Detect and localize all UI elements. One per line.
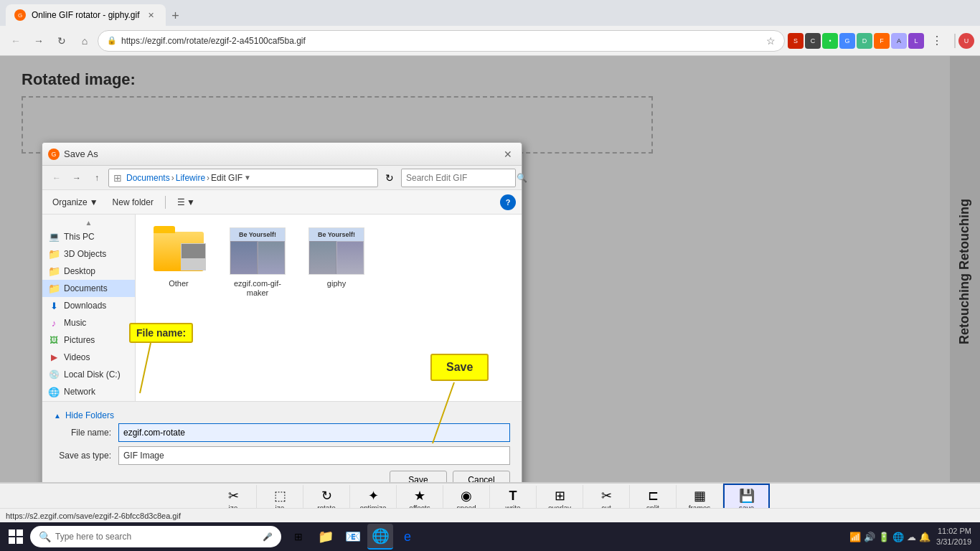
ext-icon-3[interactable]: • xyxy=(822,33,838,49)
ext-icon-6[interactable]: F xyxy=(874,33,890,49)
dialog-refresh-button[interactable]: ↻ xyxy=(381,169,398,187)
file-item-ezgif[interactable]: Be Yourself! xyxy=(222,222,293,302)
folder-3d-icon: 📁 xyxy=(48,248,60,260)
user-avatar[interactable]: U xyxy=(958,33,974,49)
beyourself-banner: Be Yourself! xyxy=(230,228,285,241)
downloads-icon: ⬇ xyxy=(48,300,60,311)
tab-close-button[interactable]: ✕ xyxy=(146,9,157,21)
home-button[interactable]: ⌂ xyxy=(75,31,95,51)
file-name-arrow xyxy=(136,339,172,397)
file-item-giphy[interactable]: Be Yourself! xyxy=(301,222,372,302)
nav-item-music[interactable]: ♪ Music xyxy=(42,314,135,331)
file-label-giphy: giphy xyxy=(305,279,368,288)
volume-icon[interactable]: 🔊 xyxy=(864,532,875,542)
breadcrumb-editgif: Edit GIF xyxy=(211,173,242,183)
dialog-close-button[interactable]: ✕ xyxy=(500,146,516,162)
view-button[interactable]: ☰ ▼ xyxy=(173,195,199,209)
pc-icon: 💻 xyxy=(48,231,60,242)
nav-item-this-pc[interactable]: 💻 This PC xyxy=(42,228,135,245)
url-status-bar: https://s2.ezgif.com/save/ezgif-2-6bfcc8… xyxy=(0,508,980,522)
breadcrumb-dropdown[interactable]: ▼ xyxy=(244,174,251,182)
dialog-search-input[interactable] xyxy=(406,173,514,183)
new-folder-button[interactable]: New folder xyxy=(108,195,158,209)
nav-item-pictures[interactable]: 🖼 Pictures xyxy=(42,331,135,349)
menu-button[interactable]: ⋮ xyxy=(927,31,947,51)
folder-desktop-icon: 📁 xyxy=(48,265,60,277)
gif-thumb-ezgif: Be Yourself! xyxy=(229,226,286,276)
active-tab[interactable]: G Online GIF rotator - giphy.gif ✕ xyxy=(6,4,166,26)
hide-folders-label[interactable]: Hide Folders xyxy=(65,410,114,420)
network2-icon[interactable]: 🌐 xyxy=(892,532,904,542)
taskbar-search[interactable]: 🔍 Type here to search 🎤 xyxy=(30,526,281,547)
systray-icons: 📶 🔊 🔋 🌐 ☁ 🔔 xyxy=(849,532,930,542)
wifi-icon[interactable]: 📶 xyxy=(849,532,861,542)
battery-icon[interactable]: 🔋 xyxy=(878,532,890,542)
frames-icon: ▦ xyxy=(694,488,706,504)
music-icon: ♪ xyxy=(48,317,60,329)
dialog-back-button[interactable]: ← xyxy=(48,169,65,187)
time-text: 11:02 PM xyxy=(936,526,971,537)
ext-icon-5[interactable]: D xyxy=(857,33,872,49)
nav-item-3d-objects[interactable]: 📁 3D Objects xyxy=(42,245,135,263)
tab-bar: G Online GIF rotator - giphy.gif ✕ + xyxy=(0,0,980,26)
nav-item-desktop[interactable]: 📁 Desktop xyxy=(42,263,135,280)
ext-icon-2[interactable]: C xyxy=(805,33,821,49)
bookmark-icon[interactable]: ☆ xyxy=(766,35,776,47)
clock[interactable]: 11:02 PM 3/31/2019 xyxy=(936,526,971,548)
dialog-forward-button[interactable]: → xyxy=(68,169,85,187)
nav-item-documents[interactable]: 📁 Documents xyxy=(42,280,135,297)
breadcrumb-home-icon: ⊞ xyxy=(113,172,122,184)
action-center-icon[interactable]: 🔔 xyxy=(919,532,930,542)
back-button[interactable]: ← xyxy=(6,31,26,51)
before-after-container xyxy=(230,241,285,275)
nav-item-local-disk[interactable]: 💿 Local Disk (C:) xyxy=(42,366,135,383)
outlook-button[interactable]: 📧 xyxy=(340,524,366,550)
crop-icon: ✂ xyxy=(228,488,239,504)
save-icon: 💾 xyxy=(739,488,755,504)
file-explorer-button[interactable]: 📁 xyxy=(313,524,339,550)
forward-button[interactable]: → xyxy=(29,31,49,51)
breadcrumb-documents[interactable]: Documents xyxy=(126,173,170,183)
nav-item-videos[interactable]: ▶ Videos xyxy=(42,349,135,366)
nav-item-downloads[interactable]: ⬇ Downloads xyxy=(42,297,135,314)
nav-item-network[interactable]: 🌐 Network xyxy=(42,383,135,400)
svg-line-0 xyxy=(140,343,151,393)
gif-thumb-giphy: Be Yourself! xyxy=(308,226,365,276)
ext-icon-1[interactable]: S xyxy=(788,33,804,49)
new-tab-button[interactable]: + xyxy=(166,6,186,26)
extension-icons: S C • G D F A L xyxy=(788,33,924,49)
start-button[interactable] xyxy=(3,524,29,550)
speed-icon: ◉ xyxy=(461,488,472,504)
toolbar-separator xyxy=(165,196,166,209)
scroll-down-indicator: ▼ xyxy=(42,400,135,401)
ext-icon-4[interactable]: G xyxy=(839,33,855,49)
address-bar[interactable]: 🔒 https://ezgif.com/rotate/ezgif-2-a4510… xyxy=(98,30,785,52)
refresh-button[interactable]: ↻ xyxy=(52,31,72,51)
file-label-ezgif: ezgif.com-gif-maker xyxy=(226,279,289,298)
ext-icon-8[interactable]: L xyxy=(908,33,924,49)
folder-documents-icon: 📁 xyxy=(48,283,60,294)
ext-icon-7[interactable]: A xyxy=(891,33,907,49)
save-type-label: Save as type: xyxy=(54,451,118,461)
dialog-nav-bar: ← → ↑ ⊞ Documents › Lifewire › Edit GIF … xyxy=(42,166,522,190)
nav-label-pictures: Pictures xyxy=(64,335,95,345)
write-icon: T xyxy=(509,489,517,504)
breadcrumb-bar[interactable]: ⊞ Documents › Lifewire › Edit GIF ▼ xyxy=(108,169,378,187)
file-item-other[interactable]: Other xyxy=(143,222,215,302)
dialog-up-button[interactable]: ↑ xyxy=(88,169,105,187)
before-after-container-2 xyxy=(309,241,364,275)
taskview-button[interactable]: ⊞ xyxy=(286,524,311,550)
help-button[interactable]: ? xyxy=(500,194,516,210)
breadcrumb-lifewire[interactable]: Lifewire xyxy=(176,173,205,183)
dialog-search-box[interactable]: 🔍 xyxy=(401,169,516,187)
chrome-button[interactable]: 🌐 xyxy=(367,524,393,550)
nav-label-3d-objects: 3D Objects xyxy=(64,249,106,259)
organize-button[interactable]: Organize ▼ xyxy=(48,195,103,209)
edge-button[interactable]: e xyxy=(395,524,420,550)
scroll-up-indicator: ▲ xyxy=(42,217,135,228)
nav-label-desktop: Desktop xyxy=(64,266,95,276)
navigation-bar: ← → ↻ ⌂ 🔒 https://ezgif.com/rotate/ezgif… xyxy=(0,26,980,56)
before-section xyxy=(230,241,258,275)
after-section-2 xyxy=(336,241,364,275)
cloud-icon[interactable]: ☁ xyxy=(907,532,916,542)
